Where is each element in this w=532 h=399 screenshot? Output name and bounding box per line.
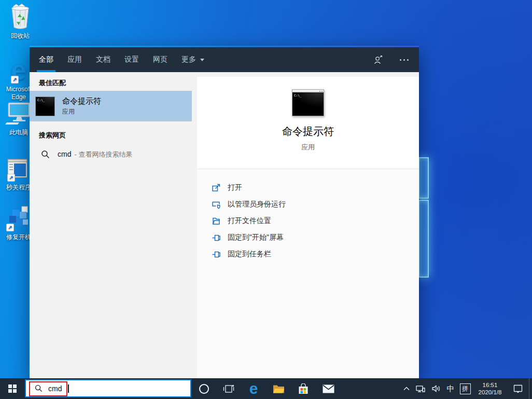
pin-icon — [212, 250, 221, 259]
text-cursor — [68, 384, 69, 393]
cubes-icon: ↗ — [6, 205, 31, 232]
result-title: 命令提示符 — [62, 96, 101, 106]
tab-more[interactable]: 更多 — [181, 47, 204, 72]
ime-language-indicator[interactable]: 中 — [444, 378, 457, 399]
edge-icon: e — [249, 381, 258, 396]
result-subtitle: 应用 — [62, 107, 101, 116]
taskbar-search-box[interactable]: cmd — [25, 379, 191, 397]
task-view-button[interactable] — [216, 378, 241, 399]
web-search-header: 搜索网页 — [30, 121, 192, 143]
search-preview-pane: C:\_ 命令提示符 应用 打开 以 — [192, 72, 419, 378]
preview-card: C:\_ 命令提示符 应用 — [197, 77, 419, 169]
cmd-icon: C:\_ — [35, 97, 55, 116]
microsoft-store-button[interactable] — [291, 378, 316, 399]
network-icon[interactable] — [413, 378, 428, 399]
chevron-down-icon — [200, 59, 204, 61]
tab-web[interactable]: 网页 — [153, 47, 167, 72]
admin-shield-icon — [212, 200, 221, 209]
store-icon — [298, 383, 309, 394]
desktop-icon-label: 此电脑 — [9, 129, 28, 136]
action-open-file-location[interactable]: 打开文件位置 — [212, 213, 419, 229]
action-center-icon — [513, 384, 523, 393]
file-explorer-button[interactable] — [266, 378, 291, 399]
action-center-button[interactable] — [507, 378, 529, 399]
pin-icon — [212, 233, 221, 242]
wallpaper-logo-pane — [418, 157, 429, 199]
preview-title: 命令提示符 — [282, 125, 334, 139]
tray-hidden-icons-chevron[interactable] — [400, 378, 413, 399]
shortcut-arrow-icon: ↗ — [11, 76, 19, 84]
account-feedback-icon[interactable] — [371, 53, 385, 66]
web-search-result[interactable]: cmd- 查看网络搜索结果 — [30, 143, 192, 165]
web-query: cmd — [58, 150, 71, 158]
result-command-prompt[interactable]: C:\_ 命令提示符 应用 — [30, 91, 192, 121]
search-header-actions — [371, 47, 411, 72]
file-explorer-icon — [273, 384, 285, 393]
task-view-icon — [223, 383, 234, 394]
desktop-icon-label: 秒关程序 — [6, 184, 31, 191]
desktop-icon-recycle-bin[interactable]: 回收站 — [1, 3, 40, 40]
app-window-icon: ↗ — [7, 159, 30, 182]
taskbar: cmd e — [0, 378, 532, 399]
search-filter-tabs: 全部 应用 文档 设置 网页 更多 — [30, 46, 204, 72]
shortcut-arrow-icon: ↗ — [7, 174, 15, 182]
this-pc-icon — [5, 102, 32, 127]
edge-taskbar-button[interactable]: e — [241, 378, 266, 399]
edge-icon: e ↗ — [11, 55, 26, 84]
search-icon — [35, 384, 43, 392]
search-flyout-panel: 全部 应用 文档 设置 网页 更多 最佳匹配 — [30, 46, 419, 378]
system-tray: 中 拼 16:51 2020/1/8 — [400, 378, 532, 399]
start-button[interactable] — [0, 378, 25, 399]
recycle-bin-icon — [8, 3, 32, 31]
desktop-icon-label: 回收站 — [11, 32, 30, 40]
search-input-value: cmd — [48, 384, 62, 393]
action-run-as-admin[interactable]: 以管理员身份运行 — [212, 196, 419, 213]
mail-button[interactable] — [316, 378, 341, 399]
action-open[interactable]: 打开 — [212, 180, 419, 196]
tab-all[interactable]: 全部 — [39, 47, 53, 72]
search-results-list: 最佳匹配 C:\_ 命令提示符 应用 搜索网页 cmd- 查看网络搜索结果 — [30, 72, 192, 378]
show-desktop-button[interactable] — [529, 378, 532, 399]
web-query-hint: - 查看网络搜索结果 — [74, 150, 132, 158]
folder-location-icon — [212, 216, 221, 226]
search-icon — [41, 150, 50, 159]
cmd-icon-large: C:\_ — [292, 89, 324, 116]
preview-subtitle: 应用 — [301, 143, 315, 152]
shortcut-arrow-icon: ↗ — [6, 224, 14, 231]
wallpaper-logo-pane — [418, 200, 429, 278]
tab-apps[interactable]: 应用 — [67, 47, 82, 72]
ime-mode-indicator[interactable]: 拼 — [457, 378, 473, 399]
action-pin-to-start[interactable]: 固定到"开始"屏幕 — [212, 229, 419, 246]
best-match-header: 最佳匹配 — [30, 72, 192, 91]
tab-settings[interactable]: 设置 — [124, 47, 139, 72]
search-filter-bar: 全部 应用 文档 设置 网页 更多 — [30, 46, 419, 72]
desktop-icon-label: 修复开机 — [6, 233, 31, 241]
volume-icon[interactable] — [428, 378, 444, 399]
windows-logo-icon — [8, 384, 17, 393]
tab-documents[interactable]: 文档 — [96, 47, 110, 72]
action-pin-to-taskbar[interactable]: 固定到任务栏 — [212, 246, 419, 263]
launch-icon — [212, 183, 221, 192]
cortana-button[interactable] — [191, 378, 216, 399]
mail-icon — [323, 384, 334, 393]
more-options-icon[interactable] — [397, 53, 411, 66]
preview-actions: 打开 以管理员身份运行 打开文件位置 — [197, 169, 419, 378]
clock-time: 16:51 — [483, 381, 498, 389]
clock[interactable]: 16:51 2020/1/8 — [473, 378, 507, 399]
clock-date: 2020/1/8 — [479, 389, 502, 396]
cortana-icon — [199, 384, 209, 394]
